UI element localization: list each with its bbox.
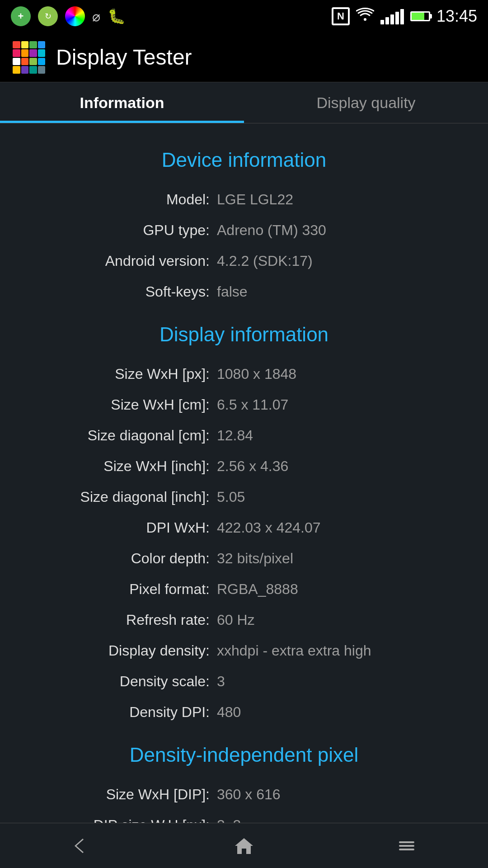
svg-rect-2 bbox=[399, 845, 414, 847]
logo-cell bbox=[38, 58, 46, 66]
logo-cell bbox=[38, 66, 46, 74]
nfc-icon: N bbox=[332, 7, 350, 25]
table-row: DPI WxH: 422.03 x 424.07 bbox=[9, 512, 479, 543]
status-bar-right-icons: N 13:45 bbox=[332, 6, 477, 26]
menu-icon bbox=[395, 836, 418, 856]
table-row: Display density: xxhdpi - extra extra hi… bbox=[9, 635, 479, 666]
svg-point-0 bbox=[364, 18, 366, 21]
table-row: Size WxH [cm]: 6.5 x 11.07 bbox=[9, 389, 479, 420]
app-logo bbox=[13, 41, 45, 74]
home-button[interactable] bbox=[217, 830, 271, 862]
bottom-navigation bbox=[0, 823, 488, 868]
device-info-title: Device information bbox=[0, 132, 488, 184]
status-time: 13:45 bbox=[436, 7, 477, 26]
app-icon-2: ↻ bbox=[38, 6, 58, 26]
svg-rect-1 bbox=[399, 841, 414, 843]
logo-cell bbox=[38, 49, 46, 57]
logo-cell bbox=[29, 66, 37, 74]
logo-cell bbox=[21, 49, 29, 57]
battery-icon bbox=[410, 11, 430, 21]
table-row: Size WxH [DIP]: 360 x 616 bbox=[9, 779, 479, 810]
app-icon-1: + bbox=[11, 6, 31, 26]
display-info-title: Display information bbox=[0, 307, 488, 359]
logo-cell bbox=[13, 49, 20, 57]
logo-cell bbox=[13, 58, 20, 66]
table-row: Size diagonal [inch]: 5.05 bbox=[9, 481, 479, 512]
menu-button[interactable] bbox=[380, 830, 434, 862]
logo-cell bbox=[29, 58, 37, 66]
display-info-table: Size WxH [px]: 1080 x 1848 Size WxH [cm]… bbox=[0, 359, 488, 727]
home-icon bbox=[233, 836, 255, 856]
app-header: Display Tester bbox=[0, 33, 488, 82]
dip-info-title: Density-independent pixel bbox=[0, 727, 488, 779]
table-row: Size diagonal [cm]: 12.84 bbox=[9, 420, 479, 451]
table-row: Density DPI: 480 bbox=[9, 697, 479, 727]
table-row: Density scale: 3 bbox=[9, 666, 479, 697]
table-row: Model: LGE LGL22 bbox=[9, 184, 479, 215]
logo-cell bbox=[29, 41, 37, 49]
logo-cell bbox=[13, 41, 20, 49]
table-row: Color depth: 32 bits/pixel bbox=[9, 543, 479, 574]
table-row: Size WxH [inch]: 2.56 x 4.36 bbox=[9, 451, 479, 481]
logo-cell bbox=[13, 66, 20, 74]
table-row: Soft-keys: false bbox=[9, 276, 479, 307]
signal-bars bbox=[380, 8, 404, 24]
tab-information[interactable]: Information bbox=[0, 82, 244, 123]
table-row: Android version: 4.2.2 (SDK:17) bbox=[9, 245, 479, 276]
usb-icon: ⌀ bbox=[92, 9, 100, 24]
tabs-container: Information Display quality bbox=[0, 82, 488, 123]
main-content: Device information Model: LGE LGL22 GPU … bbox=[0, 123, 488, 868]
back-icon bbox=[70, 836, 93, 856]
status-bar-left-icons: + ↻ ⌀ 🐛 bbox=[11, 6, 126, 26]
device-info-table: Model: LGE LGL22 GPU type: Adreno (TM) 3… bbox=[0, 184, 488, 307]
svg-rect-3 bbox=[399, 849, 414, 850]
logo-cell bbox=[21, 66, 29, 74]
logo-cell bbox=[21, 58, 29, 66]
table-row: GPU type: Adreno (TM) 330 bbox=[9, 215, 479, 245]
back-button[interactable] bbox=[54, 830, 108, 862]
app-icon-3 bbox=[65, 6, 85, 26]
status-bar: + ↻ ⌀ 🐛 N bbox=[0, 0, 488, 33]
tab-display-quality[interactable]: Display quality bbox=[244, 82, 488, 123]
logo-cell bbox=[38, 41, 46, 49]
app-title: Display Tester bbox=[56, 45, 192, 70]
wifi-icon bbox=[356, 6, 374, 26]
logo-cell bbox=[21, 41, 29, 49]
table-row: Size WxH [px]: 1080 x 1848 bbox=[9, 359, 479, 389]
logo-cell bbox=[29, 49, 37, 57]
bug-icon: 🐛 bbox=[108, 8, 126, 25]
table-row: Refresh rate: 60 Hz bbox=[9, 604, 479, 635]
table-row: Pixel format: RGBA_8888 bbox=[9, 574, 479, 604]
